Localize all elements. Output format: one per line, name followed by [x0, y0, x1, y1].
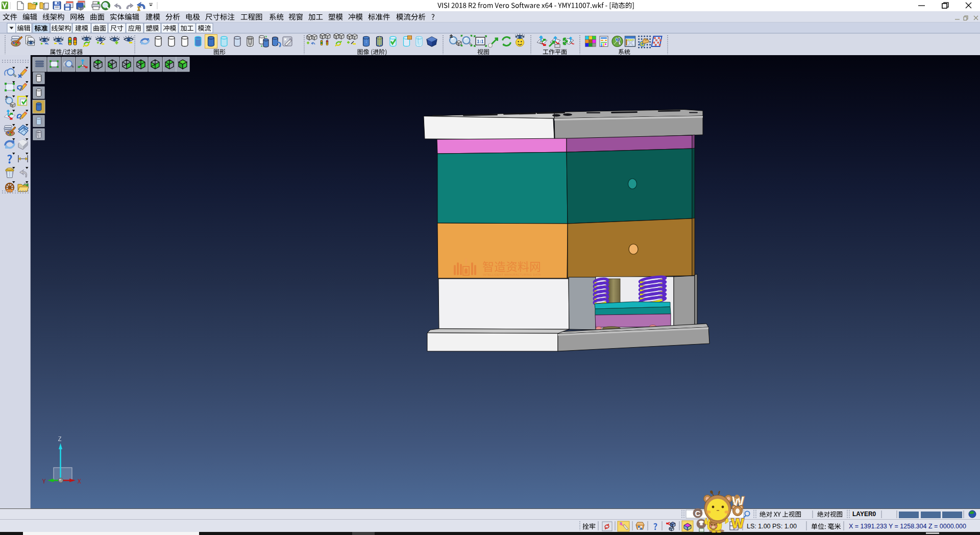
svg-text:INTELLIGENT MANUFACTURING DATA: INTELLIGENT MANUFACTURING DATA — [483, 273, 541, 276]
svg-text:W: W — [731, 516, 744, 531]
svg-text:C: C — [695, 509, 701, 518]
